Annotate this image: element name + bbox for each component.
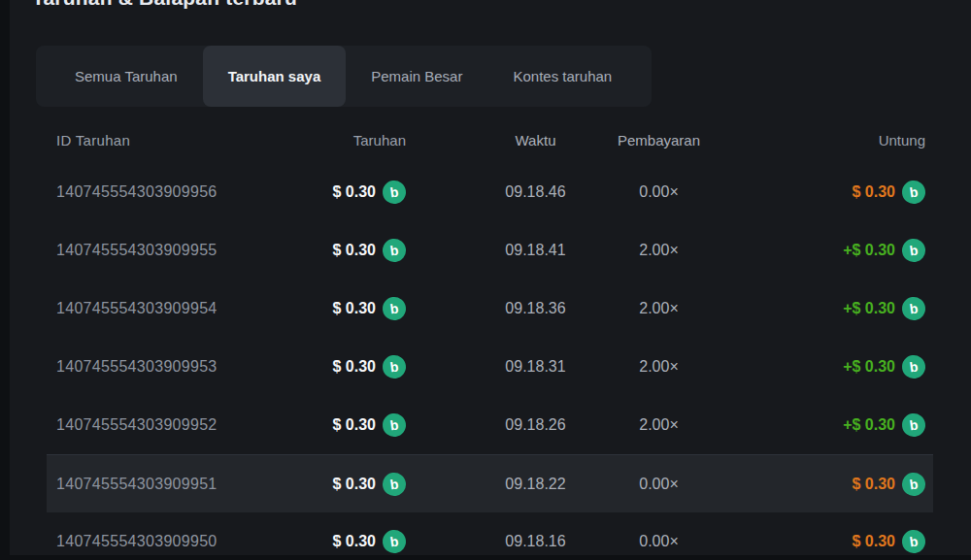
- profit-amount-text: $ 0.30: [853, 183, 895, 201]
- cell-time: 09.18.46: [474, 183, 597, 201]
- cell-bet-id: 140745554303909953: [47, 358, 318, 376]
- cell-bet-id: 140745554303909951: [47, 476, 318, 493]
- bet-amount-text: $ 0.30: [333, 300, 376, 317]
- cell-payout: 2.00×: [597, 242, 720, 259]
- cell-profit: +$ 0.30 b: [720, 355, 933, 379]
- cell-bet-id: 140745554303909950: [47, 533, 318, 550]
- tabs-bar: Semua Taruhan Taruhan saya Pemain Besar …: [36, 46, 652, 107]
- tab-pemain-besar[interactable]: Pemain Besar: [346, 46, 487, 107]
- cell-bet-amount: $ 0.30 b: [318, 181, 406, 204]
- page-title: Taruhan & Balapan terbaru: [32, 0, 518, 9]
- coin-icon: b: [381, 179, 407, 205]
- coin-icon: b: [900, 179, 926, 205]
- cell-payout: 2.00×: [597, 300, 720, 317]
- profit-amount-text: +$ 0.30: [843, 358, 895, 376]
- tab-taruhan-saya[interactable]: Taruhan saya: [203, 46, 347, 107]
- coin-icon: b: [900, 412, 926, 438]
- coin-icon: b: [381, 471, 407, 497]
- cell-payout: 2.00×: [597, 358, 720, 376]
- coin-icon: b: [900, 471, 926, 497]
- header-untung: Untung: [720, 132, 933, 148]
- coin-icon: b: [381, 528, 407, 554]
- bets-section: Taruhan & Balapan terbaru Semua Taruhan …: [0, 0, 971, 560]
- cell-payout: 0.00×: [597, 476, 720, 493]
- bet-amount-text: $ 0.30: [333, 416, 376, 434]
- cell-bet-amount: $ 0.30 b: [318, 239, 406, 262]
- coin-icon: b: [381, 353, 407, 379]
- cell-profit: +$ 0.30 b: [720, 413, 933, 437]
- coin-icon: b: [381, 412, 407, 438]
- table-row-highlighted[interactable]: 140745554303909951 $ 0.30 b 09.18.22 0.0…: [47, 454, 933, 512]
- table-row[interactable]: 140745554303909950 $ 0.30 b 09.18.16 0.0…: [47, 512, 933, 560]
- cell-bet-id: 140745554303909955: [47, 242, 318, 259]
- header-taruhan: Taruhan: [318, 132, 406, 148]
- cell-time: 09.18.22: [474, 476, 597, 493]
- bet-amount-text: $ 0.30: [333, 183, 376, 201]
- profit-amount-text: $ 0.30: [853, 533, 895, 550]
- profit-amount-text: +$ 0.30: [843, 242, 895, 259]
- page-edge-left: [0, 0, 10, 560]
- coin-icon: b: [900, 237, 926, 263]
- profit-amount-text: $ 0.30: [853, 476, 895, 493]
- cell-bet-amount: $ 0.30 b: [318, 297, 406, 320]
- profit-amount-text: +$ 0.30: [843, 416, 895, 434]
- bet-amount-text: $ 0.30: [333, 476, 376, 493]
- tab-kontes-taruhan[interactable]: Kontes taruhan: [487, 46, 637, 107]
- cell-bet-amount: $ 0.30 b: [318, 530, 406, 553]
- coin-icon: b: [900, 295, 926, 321]
- header-id-taruhan: ID Taruhan: [47, 132, 318, 148]
- cell-bet-amount: $ 0.30 b: [318, 355, 406, 379]
- cell-payout: 2.00×: [597, 416, 720, 434]
- cell-bet-id: 140745554303909954: [47, 300, 318, 317]
- cell-bet-id: 140745554303909952: [47, 416, 318, 434]
- coin-icon: b: [381, 237, 407, 263]
- bet-amount-text: $ 0.30: [333, 242, 376, 259]
- page-edge-bottom: [0, 555, 971, 560]
- cell-time: 09.18.26: [474, 416, 597, 434]
- profit-amount-text: +$ 0.30: [843, 300, 895, 317]
- table-row[interactable]: 140745554303909954 $ 0.30 b 09.18.36 2.0…: [47, 280, 933, 338]
- table-header: ID Taruhan Taruhan Waktu Pembayaran Untu…: [47, 116, 933, 163]
- cell-time: 09.18.41: [474, 242, 597, 259]
- cell-profit: $ 0.30 b: [720, 181, 933, 204]
- section-title-clip: Taruhan & Balapan terbaru: [32, 0, 518, 9]
- table-row[interactable]: 140745554303909956 $ 0.30 b 09.18.46 0.0…: [47, 163, 933, 221]
- coin-icon: b: [900, 528, 926, 554]
- bet-amount-text: $ 0.30: [333, 358, 376, 376]
- cell-time: 09.18.16: [474, 533, 597, 550]
- header-waktu: Waktu: [474, 132, 597, 148]
- table-row[interactable]: 140745554303909952 $ 0.30 b 09.18.26 2.0…: [47, 396, 933, 454]
- table-row[interactable]: 140745554303909955 $ 0.30 b 09.18.41 2.0…: [47, 221, 933, 280]
- cell-profit: +$ 0.30 b: [720, 239, 933, 262]
- table-row[interactable]: 140745554303909953 $ 0.30 b 09.18.31 2.0…: [47, 338, 933, 396]
- cell-profit: +$ 0.30 b: [720, 297, 933, 320]
- bet-amount-text: $ 0.30: [333, 533, 376, 550]
- cell-bet-id: 140745554303909956: [47, 183, 318, 201]
- bets-table: ID Taruhan Taruhan Waktu Pembayaran Untu…: [47, 116, 933, 560]
- cell-bet-amount: $ 0.30 b: [318, 473, 406, 496]
- coin-icon: b: [381, 295, 407, 321]
- cell-time: 09.18.31: [474, 358, 597, 376]
- cell-payout: 0.00×: [597, 183, 720, 201]
- cell-time: 09.18.36: [474, 300, 597, 317]
- header-pembayaran: Pembayaran: [597, 132, 720, 148]
- cell-profit: $ 0.30 b: [720, 530, 933, 553]
- tab-semua-taruhan[interactable]: Semua Taruhan: [50, 46, 203, 107]
- coin-icon: b: [900, 353, 926, 379]
- cell-bet-amount: $ 0.30 b: [318, 413, 406, 437]
- cell-payout: 0.00×: [597, 533, 720, 550]
- cell-profit: $ 0.30 b: [720, 473, 933, 496]
